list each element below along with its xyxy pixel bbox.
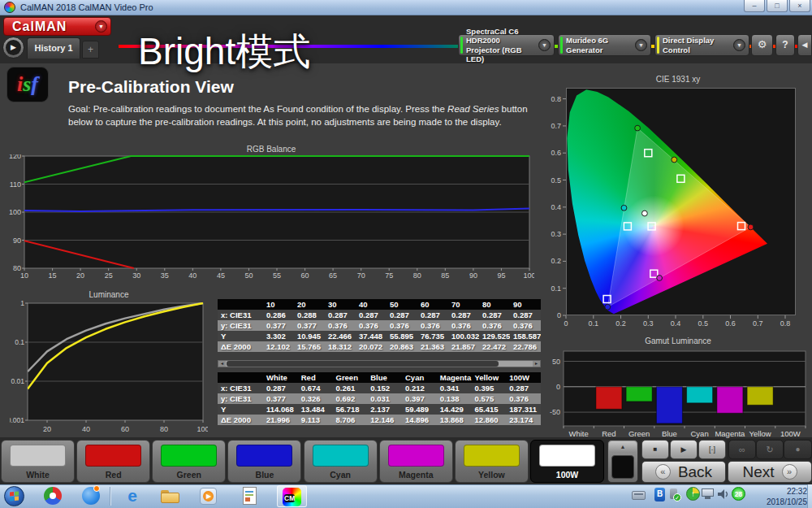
scroll-left-icon[interactable]: ◄ (218, 361, 226, 367)
settings-button[interactable]: ⚙ (751, 34, 773, 56)
pattern-button-100w[interactable]: 100W (530, 440, 604, 483)
svg-text:60: 60 (301, 271, 309, 280)
taskbar-icon-internet-explorer[interactable]: e (123, 487, 142, 506)
display-control-dropdown[interactable]: Direct Display Control ▼ (654, 34, 749, 56)
stop-button[interactable]: ■ (641, 440, 669, 459)
gamut-table: WhiteRedGreenBlueCyanMagentaYellow100Wx:… (218, 372, 541, 425)
source-status-indicator (560, 37, 563, 54)
taskbar-icon-360-browser[interactable] (81, 487, 101, 506)
taskbar-icon-media-player[interactable]: ▶ (199, 487, 218, 506)
table-cell: 0.376 (510, 320, 541, 331)
svg-text:15: 15 (49, 271, 57, 280)
row-label: y: CIE31 (218, 320, 263, 331)
scrollbar-thumb[interactable] (227, 361, 499, 367)
calman-window: CalMAN 2018 CalMAN Video Pro – □ × CalMA… (0, 0, 812, 508)
temperature-badge[interactable]: 28 (732, 487, 745, 501)
bluetooth-tray-icon[interactable]: B (654, 488, 665, 501)
pattern-button-green[interactable]: Green (152, 440, 226, 483)
table-row: x: CIE310.2870.6740.2610.1520.2120.3410.… (218, 383, 541, 393)
svg-text:25: 25 (105, 271, 113, 280)
source-dropdown[interactable]: Murideo 6G Generator ▼ (558, 34, 651, 56)
read-series-button[interactable]: [·] (698, 440, 726, 459)
window-titlebar[interactable]: CalMAN 2018 CalMAN Video Pro – □ × (0, 0, 812, 15)
svg-text:Magenta: Magenta (715, 429, 745, 438)
row-label: ΔE 2000 (218, 415, 263, 425)
pattern-button-blue[interactable]: Blue (227, 440, 301, 483)
usb-tray-icon[interactable]: ✓ (668, 488, 688, 506)
show-desktop-button[interactable] (807, 484, 812, 508)
scroll-right-icon[interactable]: ► (533, 361, 540, 367)
taskbar-icon-notepad-app[interactable] (240, 487, 260, 506)
table-cell: 0.674 (298, 383, 333, 393)
table-header-row: WhiteRedGreenBlueCyanMagentaYellow100W (218, 372, 541, 383)
luminance-chart: Luminance 2040608010010.10.010.001 (10, 290, 208, 438)
table-cell: 22.466 (325, 331, 356, 341)
help-button[interactable]: ? (775, 34, 795, 56)
meter-label: SpectraCal C6 HDR2000Projector (RGB LED) (459, 27, 538, 64)
taskbar-icon-calman-active[interactable]: CM (277, 485, 307, 507)
add-tab-button[interactable]: + (82, 41, 99, 59)
table-cell: 12.860 (472, 415, 507, 425)
close-button[interactable]: × (789, 0, 810, 12)
table-row: ΔE 200021.9969.1138.70612.14614.89613.86… (218, 415, 541, 425)
pattern-swatch (388, 445, 444, 467)
pattern-button-yellow[interactable]: Yellow (455, 440, 529, 483)
restore-button[interactable]: □ (767, 0, 788, 12)
calman-logo-text: CalMAN (12, 20, 67, 34)
meter-dropdown[interactable]: SpectraCal C6 HDR2000Projector (RGB LED)… (458, 34, 555, 56)
svg-text:0.1: 0.1 (15, 338, 24, 346)
calman-menu-button[interactable]: CalMAN ▼ (3, 17, 111, 36)
svg-text:White: White (568, 429, 588, 438)
table-cell: 0.287 (325, 310, 356, 320)
back-button[interactable]: « Back (641, 461, 726, 483)
tab-history-1[interactable]: History 1 (27, 37, 80, 59)
record-button[interactable]: ● (784, 440, 812, 459)
minimize-button[interactable]: – (744, 0, 765, 12)
table-cell: 114.068 (263, 404, 298, 415)
table-cell: 0.286 (263, 310, 294, 320)
table-cell: 0.261 (333, 383, 368, 393)
pattern-button-red[interactable]: Red (76, 440, 150, 483)
table-cell: 0.287 (387, 310, 417, 320)
table-cell: 0.287 (417, 310, 448, 320)
chevron-up-icon[interactable]: ▲ (609, 441, 637, 453)
taskbar-icon-360-security[interactable] (43, 487, 63, 506)
svg-text:0.4: 0.4 (551, 203, 561, 211)
svg-text:0.5: 0.5 (551, 176, 561, 185)
table-cell: 0.376 (479, 320, 510, 331)
table-cell: 12.146 (367, 415, 402, 425)
svg-text:30: 30 (132, 271, 140, 280)
start-button[interactable] (4, 486, 24, 506)
svg-text:0.5: 0.5 (698, 319, 709, 328)
refresh-button[interactable]: ↻ (756, 440, 784, 459)
pattern-button-white[interactable]: White (1, 440, 75, 483)
table-cell: 0.287 (506, 383, 541, 393)
pattern-swatch (464, 445, 520, 467)
svg-text:60: 60 (121, 425, 129, 433)
table-cell: 0.031 (367, 393, 402, 404)
keyboard-tray-icon[interactable] (632, 491, 651, 508)
read-continuous-button[interactable]: ▶ (670, 440, 698, 459)
svg-text:95: 95 (497, 271, 505, 280)
table-cell: 14.429 (437, 404, 472, 415)
security-shield-tray-icon[interactable]: ↑ (686, 487, 700, 501)
next-button[interactable]: Next » (728, 461, 812, 483)
table-cell: 37.448 (356, 331, 387, 341)
table-scrollbar[interactable]: ◄ ► (218, 360, 541, 367)
pattern-button-magenta[interactable]: Magenta (379, 440, 453, 483)
taskbar-clock[interactable]: 22:32 2018/10/25 (750, 486, 807, 507)
continuous-mode-button[interactable]: ∞ (728, 440, 756, 459)
row-label: x: CIE31 (218, 310, 263, 320)
taskbar-icon-explorer-folder[interactable] (161, 487, 180, 506)
svg-text:100: 100 (197, 425, 208, 433)
workflow-advance-button[interactable]: ▶ (2, 37, 24, 59)
svg-text:Yellow: Yellow (749, 429, 771, 438)
table-cell: 21.996 (263, 415, 298, 425)
pattern-label: Green (153, 470, 225, 480)
pattern-label: Blue (228, 470, 300, 480)
pattern-window-button[interactable]: ▲ (607, 440, 638, 483)
pattern-button-cyan[interactable]: Cyan (304, 440, 378, 483)
table-cell: 158.587 (510, 331, 541, 341)
table-row: y: CIE310.3770.3260.6920.0310.3970.1380.… (218, 393, 541, 404)
collapse-panel-button[interactable]: ◀ (797, 34, 812, 56)
